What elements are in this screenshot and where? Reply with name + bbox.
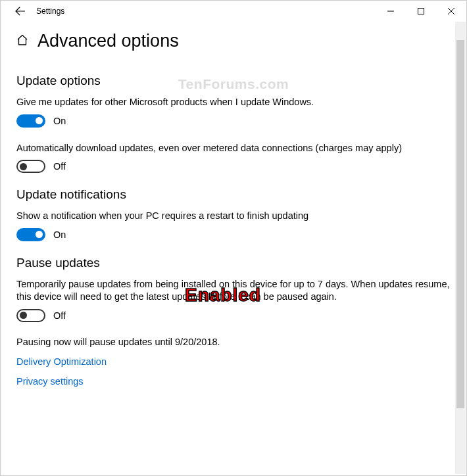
toggle-state-label: Off [53, 310, 66, 321]
setting-text: Show a notification when your PC require… [16, 210, 451, 223]
close-button[interactable] [436, 1, 466, 22]
section-update-options: Update options Give me updates for other… [16, 74, 451, 173]
maximize-button[interactable] [406, 1, 436, 22]
toggle-state-label: Off [53, 161, 66, 172]
toggle-state-label: On [53, 116, 66, 126]
toggle-row: Off [16, 160, 451, 173]
svg-rect-0 [418, 9, 424, 14]
link-delivery-optimization[interactable]: Delivery Optimization [16, 356, 451, 367]
setting-text: Automatically download updates, even ove… [16, 142, 451, 155]
titlebar: Settings [1, 1, 466, 22]
section-pause-updates: Pause updates Temporarily pause updates … [16, 256, 451, 347]
section-update-notifications: Update notifications Show a notification… [16, 187, 451, 241]
close-icon [448, 8, 455, 14]
section-title: Update options [16, 74, 451, 88]
content-area: Advanced options Update options Give me … [1, 22, 466, 475]
setting-text: Temporarily pause updates from being ins… [16, 278, 451, 304]
minimize-button[interactable] [376, 1, 406, 22]
scrollbar[interactable] [455, 22, 466, 474]
home-icon[interactable] [16, 33, 28, 49]
toggle-pause-updates[interactable] [16, 309, 45, 322]
toggle-restart-notification[interactable] [16, 228, 45, 241]
pause-info-text: Pausing now will pause updates until 9/2… [16, 337, 451, 347]
section-title: Update notifications [16, 187, 451, 202]
maximize-icon [418, 8, 424, 14]
page-title: Advanced options [37, 31, 179, 51]
back-arrow-icon [15, 6, 26, 16]
toggle-row: On [16, 114, 451, 128]
setting-pause-updates: Temporarily pause updates from being ins… [16, 278, 451, 322]
scrollbar-thumb[interactable] [456, 40, 464, 408]
setting-other-products: Give me updates for other Microsoft prod… [16, 96, 451, 128]
minimize-icon [387, 8, 394, 14]
toggle-row: On [16, 228, 451, 241]
link-privacy-settings[interactable]: Privacy settings [16, 376, 451, 387]
page-header: Advanced options [16, 22, 451, 59]
section-title: Pause updates [16, 256, 451, 270]
toggle-other-products[interactable] [16, 114, 45, 128]
back-button[interactable] [7, 1, 34, 22]
toggle-row: Off [16, 309, 451, 322]
setting-restart-notification: Show a notification when your PC require… [16, 210, 451, 241]
window-controls [376, 1, 466, 22]
setting-text: Give me updates for other Microsoft prod… [16, 96, 451, 109]
toggle-state-label: On [53, 229, 66, 240]
window-title: Settings [34, 7, 376, 16]
setting-metered-connections: Automatically download updates, even ove… [16, 142, 451, 174]
toggle-metered-connections[interactable] [16, 160, 45, 173]
